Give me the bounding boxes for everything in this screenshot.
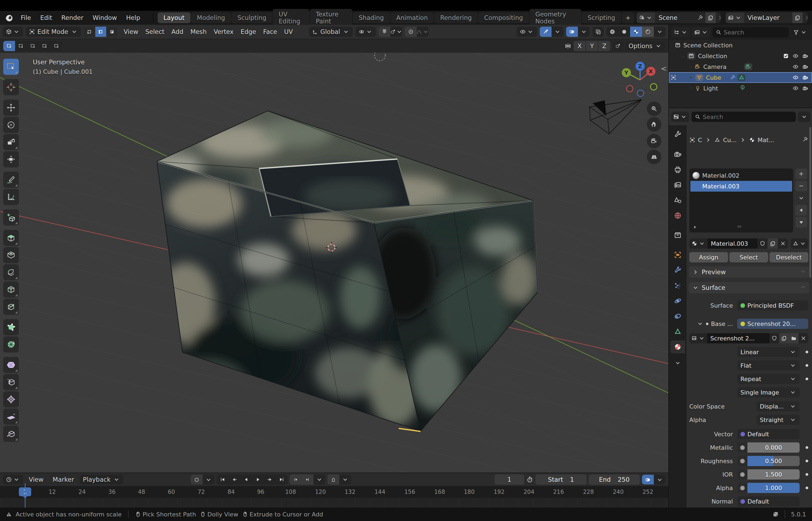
browse-image-button[interactable] [689,333,707,343]
timeline-menu-marker[interactable]: Marker [49,475,78,484]
mode-selector[interactable]: Edit Mode [26,27,81,37]
tab-collection[interactable] [671,229,685,242]
tab-constraints[interactable] [671,310,685,323]
properties-options-button[interactable] [798,112,810,122]
unlink-image-button[interactable] [798,333,808,343]
eye-icon[interactable] [793,74,798,81]
snap-base-button[interactable] [612,41,623,51]
shading-solid-button[interactable] [618,27,630,37]
shading-rendered-button[interactable] [642,27,654,37]
roughness-slider[interactable]: 0.500 [737,456,799,466]
outliner-row-scene-collection[interactable]: Scene Collection [669,40,812,51]
metallic-slider[interactable]: 0.000 [737,443,799,453]
tab-geometry-nodes[interactable]: Geometry Nodes [530,9,581,27]
menu-edge[interactable]: Edge [237,27,260,36]
tab-animation[interactable]: Animation [390,13,434,23]
gizmo-y-axis[interactable]: Y [622,68,631,77]
tab-rendering[interactable]: Rendering [434,13,478,23]
gizmo-y-neg-axis[interactable] [650,83,657,90]
animate-dot[interactable] [806,350,808,353]
eye-icon[interactable] [793,85,798,91]
editor-type-button[interactable] [3,27,23,37]
properties-search-input[interactable] [703,114,793,120]
menu-select[interactable]: Select [142,27,168,36]
image-fake-user-button[interactable] [769,333,779,343]
zoom-button[interactable] [647,101,661,116]
tab-world[interactable] [671,209,685,222]
tab-view-layer[interactable] [671,178,685,191]
mirror-y-toggle[interactable]: Y [586,41,598,51]
properties-editor-type-button[interactable] [671,112,689,122]
material-name-field[interactable]: Material.003 [707,239,758,249]
camera-icon[interactable] [802,74,808,81]
timeline-playback-menu[interactable]: Playback [79,475,123,484]
prev-keyframe-button[interactable] [228,474,240,485]
auto-key-dropdown[interactable] [339,474,351,485]
assign-button[interactable]: Assign [689,252,728,263]
breadcrumb-object[interactable]: Cu... [723,137,736,143]
tool-edge-slide[interactable] [3,374,19,390]
blender-logo-icon[interactable] [4,13,14,22]
checkbox-icon[interactable] [783,53,789,59]
timeline-tracks[interactable] [0,498,668,507]
outliner-row-collection[interactable]: Collection [669,51,812,61]
eye-icon[interactable] [793,53,798,59]
timeline-editor-type-button[interactable] [3,475,23,484]
properties-search[interactable] [692,112,796,122]
tab-sculpting[interactable]: Sculpting [231,13,272,23]
delete-scene-button[interactable] [716,13,721,23]
next-frame-button[interactable] [302,474,314,485]
tab-render[interactable] [671,148,685,161]
outliner-row-camera[interactable]: Camera [669,61,812,72]
outliner-display-mode-button[interactable] [672,27,690,38]
gizmo-z-neg-axis[interactable] [637,90,644,97]
tab-uv-editing[interactable]: UV Editing [273,9,309,27]
camera-icon[interactable] [802,64,808,70]
show-overlays-toggle[interactable] [566,27,578,37]
new-viewlayer-button[interactable] [792,13,803,23]
scene-name[interactable]: Scene [655,14,695,21]
breadcrumb-material[interactable]: Mat... [758,137,774,143]
browse-material-button[interactable] [689,239,707,249]
tab-tool[interactable] [671,128,685,141]
orthographic-toggle-button[interactable] [647,150,661,164]
tab-modifiers[interactable] [671,264,685,277]
tool-shrink-fatten[interactable] [3,391,19,407]
tab-object-data[interactable] [671,325,685,338]
alpha-mode-select[interactable]: Straight [757,415,799,425]
tool-select-box[interactable] [3,59,19,75]
surface-panel-header[interactable]: Surface [689,282,809,293]
pin-icon[interactable] [802,136,808,142]
menu-file[interactable]: File [16,13,36,22]
menu-view[interactable]: View [120,27,142,36]
deselect-button[interactable]: Deselect [769,252,808,263]
source-select[interactable]: Single Image [737,387,799,398]
menu-face[interactable]: Face [260,27,281,36]
tool-3d-cursor[interactable] [3,79,19,95]
camera-view-button[interactable] [647,134,661,148]
tool-measure[interactable] [3,189,19,205]
outliner-filter-id-button[interactable] [692,27,710,38]
timeline-menu-view[interactable]: View [25,475,47,484]
tab-output[interactable] [671,163,685,176]
pan-button[interactable] [647,117,661,132]
tab-scene[interactable] [671,194,685,207]
expand-icon[interactable] [688,86,693,91]
image-name-field[interactable]: Screenshot 2... [707,333,769,343]
select-subtract-button[interactable] [27,41,39,51]
outliner-row-cube[interactable]: Cube [669,72,812,83]
keying-dropdown[interactable] [203,475,214,484]
pin-scene-button[interactable] [695,13,705,23]
tool-knife[interactable] [3,299,19,315]
tool-rotate[interactable] [3,117,19,133]
face-select-button[interactable] [106,27,118,37]
snap-settings-button[interactable] [390,27,402,37]
play-reverse-button[interactable] [240,474,252,485]
tab-texture-paint[interactable]: Texture Paint [310,9,352,27]
snap-toggle[interactable] [378,27,390,37]
tool-transform[interactable] [3,151,19,167]
tab-layout[interactable]: Layout [158,13,190,23]
animate-dot[interactable] [806,364,808,367]
proportional-falloff-button[interactable] [417,27,428,37]
playhead-line[interactable] [25,483,26,508]
